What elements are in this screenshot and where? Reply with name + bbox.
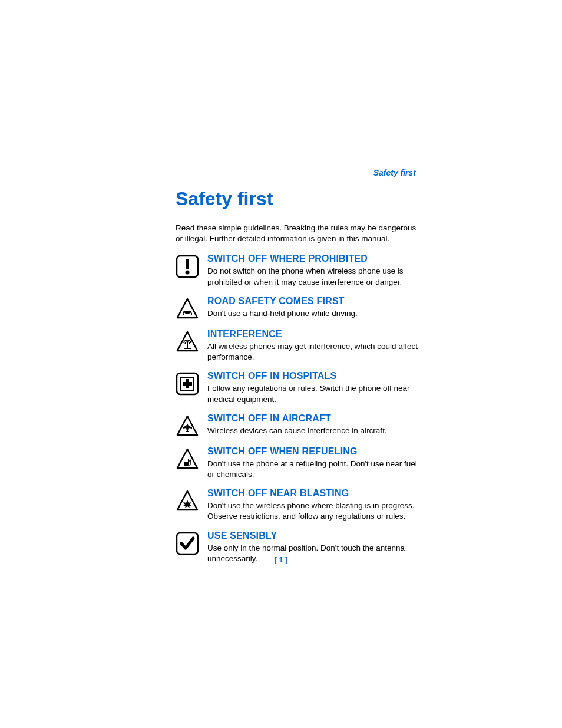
item-title: INTERFERENCE bbox=[207, 329, 421, 340]
item-desc: Don't use a hand-held phone while drivin… bbox=[207, 308, 421, 319]
item-title: SWITCH OFF IN AIRCRAFT bbox=[207, 413, 421, 424]
item-desc: Follow any regulations or rules. Switch … bbox=[207, 383, 421, 404]
page-number: [ 1 ] bbox=[0, 555, 562, 564]
safety-item: ROAD SAFETY COMES FIRST Don't use a hand… bbox=[176, 296, 421, 321]
antenna-warning-icon bbox=[176, 330, 199, 354]
fuel-warning-icon bbox=[176, 447, 199, 471]
item-desc: Don't use the phone at a refueling point… bbox=[207, 459, 421, 480]
page-title: Safety first bbox=[176, 188, 421, 210]
svg-point-3 bbox=[184, 312, 186, 314]
item-title: ROAD SAFETY COMES FIRST bbox=[207, 296, 421, 307]
safety-item: SWITCH OFF WHERE PROHIBITED Do not switc… bbox=[176, 253, 421, 287]
intro-text: Read these simple guidelines. Breaking t… bbox=[176, 223, 421, 244]
item-desc: All wireless phones may get interference… bbox=[207, 341, 421, 363]
svg-point-2 bbox=[186, 271, 190, 275]
safety-item: SWITCH OFF IN HOSPITALS Follow any regul… bbox=[176, 371, 421, 404]
safety-item: SWITCH OFF WHEN REFUELING Don't use the … bbox=[176, 446, 421, 480]
svg-point-13 bbox=[190, 459, 191, 461]
safety-item: INTERFERENCE All wireless phones may get… bbox=[176, 329, 421, 363]
header-section-label: Safety first bbox=[176, 168, 421, 177]
item-title: SWITCH OFF NEAR BLASTING bbox=[207, 488, 421, 499]
item-title: USE SENSIBLY bbox=[207, 531, 421, 541]
aircraft-warning-icon bbox=[176, 414, 199, 438]
item-desc: Do not switch on the phone when wireless… bbox=[207, 266, 421, 287]
svg-rect-10 bbox=[183, 382, 192, 386]
safety-item: SWITCH OFF IN AIRCRAFT Wireless devices … bbox=[176, 413, 421, 438]
svg-rect-1 bbox=[186, 259, 189, 269]
blast-warning-icon bbox=[176, 489, 199, 513]
item-title: SWITCH OFF WHERE PROHIBITED bbox=[207, 253, 421, 264]
svg-point-4 bbox=[190, 312, 191, 314]
item-desc: Don't use the wireless phone where blast… bbox=[207, 500, 421, 522]
hospital-icon bbox=[176, 372, 199, 396]
safety-item: SWITCH OFF NEAR BLASTING Don't use the w… bbox=[176, 488, 421, 522]
item-title: SWITCH OFF WHEN REFUELING bbox=[207, 446, 421, 457]
item-desc: Wireless devices can cause interference … bbox=[207, 426, 421, 436]
car-warning-icon bbox=[176, 297, 199, 321]
checkmark-icon bbox=[176, 532, 199, 555]
svg-rect-12 bbox=[184, 459, 188, 462]
item-title: SWITCH OFF IN HOSPITALS bbox=[207, 371, 421, 381]
exclamation-icon bbox=[176, 255, 199, 278]
